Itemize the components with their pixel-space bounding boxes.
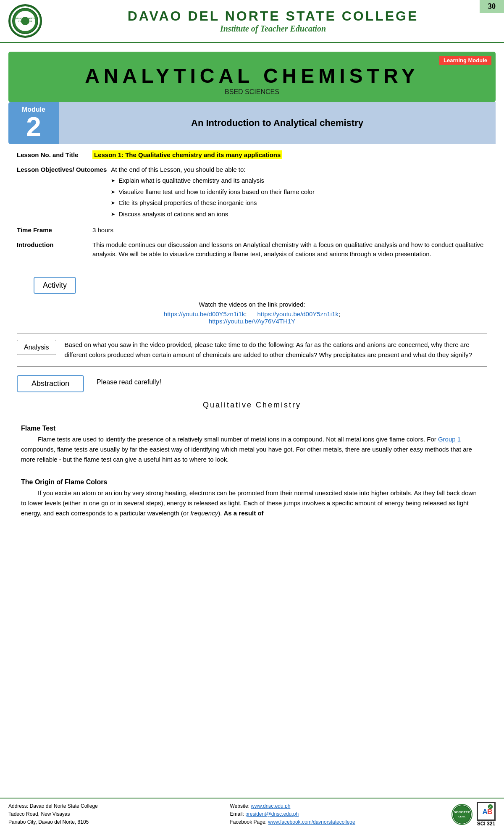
- origin-flame-paragraph: If you excite an atom or an ion by very …: [21, 488, 483, 518]
- address-line1: Address: Davao del Norte State College: [8, 802, 230, 810]
- analysis-label-box: Analysis: [17, 340, 56, 355]
- lesson-title-row: Lesson No. and Title Lesson 1: The Quali…: [17, 150, 487, 160]
- flame-test-heading: Flame Test: [21, 425, 483, 432]
- activity-link1[interactable]: https://youtu.be/d00Y5zn1i1k: [164, 310, 245, 318]
- logo-inner: DAVAO DEL NORTE STATE COLLEGE 1995: [10, 6, 40, 36]
- analysis-section: Analysis Based on what you saw in the vi…: [0, 336, 504, 364]
- lesson-title-value: Lesson 1: The Qualitative chemistry and …: [92, 150, 487, 160]
- activity-link2[interactable]: https://youtu.be/d00Y5zn1i1k: [257, 310, 339, 318]
- section-divider-3: [17, 416, 487, 416]
- objectives-label: Lesson Objectives/ Outcomes: [17, 165, 111, 175]
- footer-email: Email: president@dnsc.edu.ph: [230, 810, 452, 818]
- website-link[interactable]: www.dnsc.edu.ph: [251, 803, 290, 809]
- time-frame-value: 3 hours: [92, 226, 487, 235]
- lesson-text: Lesson 1: The Qualitative chemistry and …: [92, 150, 282, 159]
- footer-website: Website: www.dnsc.edu.ph: [230, 802, 452, 810]
- page-number: 30: [480, 0, 504, 13]
- section-divider-2: [17, 366, 487, 367]
- abstraction-label-box: Abstraction: [17, 375, 84, 392]
- svg-text:DAVAO DEL NORTE: DAVAO DEL NORTE: [15, 17, 35, 20]
- objective-item: Explain what is qualitative chemistry an…: [111, 176, 487, 186]
- introduction-text: This module continues our discussion and…: [92, 240, 487, 259]
- footer-facebook: Facebook Page: www.facebook.com/davnorst…: [230, 818, 452, 826]
- abstraction-section: Abstraction Please read carefully!: [0, 369, 504, 399]
- page-header: DAVAO DEL NORTE STATE COLLEGE 1995 DAVAO…: [0, 0, 504, 43]
- introduction-row: Introduction This module continues our d…: [17, 240, 487, 259]
- lesson-title-label: Lesson No. and Title: [17, 150, 92, 160]
- svg-text:SOCOTEC: SOCOTEC: [454, 810, 470, 814]
- objective-item: Discuss analysis of cations and an ions: [111, 210, 487, 219]
- activity-content: Watch the videos on the link provided: h…: [17, 301, 487, 325]
- objectives-value: At the end of this Lesson, you should be…: [111, 165, 487, 221]
- email-link[interactable]: president@dnsc.edu.ph: [245, 811, 299, 817]
- socotec-logo: SOCOTEC CERT.: [452, 804, 472, 825]
- module-row: Module 2 An Introduction to Analytical c…: [8, 102, 496, 144]
- objective-item: Cite its physical properties of these in…: [111, 198, 487, 208]
- time-frame-label: Time Frame: [17, 226, 92, 235]
- introduction-label: Introduction: [17, 240, 92, 250]
- course-banner: Learning Module ANALYTICAL CHEMISTRY BSE…: [8, 52, 496, 102]
- course-title: ANALYTICAL CHEMISTRY: [21, 64, 483, 87]
- flame-test-paragraph: Flame tests are used to identify the pre…: [21, 434, 483, 465]
- learning-module-badge: Learning Module: [439, 56, 491, 65]
- svg-text:1995: 1995: [23, 24, 27, 26]
- origin-flame-section: The Origin of Flame Colors If you excite…: [0, 472, 504, 526]
- abstraction-instruction: Please read carefully!: [97, 375, 161, 386]
- course-code: BSED SCIENCES: [21, 88, 483, 96]
- address-line3: Panabo City, Davao del Norte, 8105: [8, 818, 230, 826]
- ab-logo: A B ✓: [477, 802, 496, 821]
- footer-address: Address: Davao del Norte State College T…: [8, 802, 230, 827]
- department-name: Institute of Teacher Education: [50, 24, 496, 34]
- module-badge: Module 2: [8, 102, 59, 144]
- module-number: 2: [26, 113, 41, 140]
- section-divider: [17, 333, 487, 334]
- result-bold: As a result of: [224, 510, 264, 517]
- analysis-text: Based on what you saw in the video provi…: [65, 340, 487, 360]
- svg-text:CERT.: CERT.: [458, 815, 466, 818]
- activity-link3[interactable]: https://youtu.be/VAy76V4TH1Y: [209, 318, 295, 325]
- header-text-block: DAVAO DEL NORTE STATE COLLEGE Institute …: [42, 8, 496, 34]
- lesson-info: Lesson No. and Title Lesson 1: The Quali…: [0, 144, 504, 271]
- facebook-link[interactable]: www.facebook.com/davnorstatecollege: [268, 819, 355, 825]
- origin-flame-heading: The Origin of Flame Colors: [21, 478, 483, 486]
- sci-code: SCI 321: [477, 821, 495, 827]
- module-title: An Introduction to Analytical chemistry: [191, 118, 363, 129]
- time-frame-row: Time Frame 3 hours: [17, 226, 487, 235]
- institution-name: DAVAO DEL NORTE STATE COLLEGE: [50, 8, 496, 24]
- activity-link3-row: https://youtu.be/VAy76V4TH1Y: [17, 318, 487, 325]
- svg-text:STATE COLLEGE: STATE COLLEGE: [18, 20, 32, 22]
- activity-section: Activity Watch the videos on the link pr…: [0, 271, 504, 331]
- address-line2: Tadeco Road, New Visayas: [8, 810, 230, 818]
- page-footer: Address: Davao del Norte State College T…: [0, 798, 504, 830]
- institution-logo: DAVAO DEL NORTE STATE COLLEGE 1995: [8, 4, 42, 38]
- activity-label-box: Activity: [34, 277, 76, 294]
- footer-logos: SOCOTEC CERT. A B ✓ SCI 321: [452, 802, 496, 827]
- frequency-italic: frequency: [190, 510, 218, 517]
- objectives-row: Lesson Objectives/ Outcomes At the end o…: [17, 165, 487, 221]
- activity-instruction: Watch the videos on the link provided:: [17, 301, 487, 308]
- group1-link[interactable]: Group 1: [438, 436, 461, 443]
- qualitative-title: Qualitative Chemistry: [0, 399, 504, 414]
- module-title-box: An Introduction to Analytical chemistry: [59, 102, 496, 144]
- svg-text:✓: ✓: [489, 805, 492, 809]
- objectives-list: Explain what is qualitative chemistry an…: [111, 176, 487, 219]
- svg-point-10: [453, 806, 471, 823]
- objective-item: Visualize flame test and how to identify…: [111, 187, 487, 197]
- activity-links: https://youtu.be/d00Y5zn1i1k; https://yo…: [17, 310, 487, 318]
- objectives-intro: At the end of this Lesson, you should be…: [111, 166, 245, 173]
- flame-test-section: Flame Test Flame tests are used to ident…: [0, 418, 504, 472]
- footer-right: A B ✓ SCI 321: [477, 802, 496, 827]
- footer-contact: Website: www.dnsc.edu.ph Email: presiden…: [230, 802, 452, 827]
